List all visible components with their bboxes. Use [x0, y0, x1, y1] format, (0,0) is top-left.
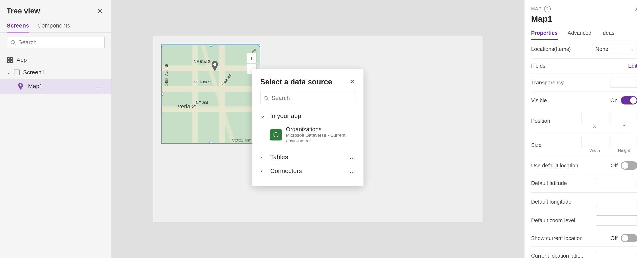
use-default-location-thumb: [622, 162, 628, 169]
position-inputs: 40 40: [581, 113, 638, 123]
size-h-input[interactable]: 400: [610, 137, 638, 147]
position-x-label: X: [581, 124, 608, 129]
tab-components[interactable]: Components: [37, 20, 70, 33]
tab-screens[interactable]: Screens: [6, 20, 29, 33]
help-icon[interactable]: ?: [544, 6, 551, 12]
svg-point-20: [214, 63, 216, 66]
use-default-location-toggle[interactable]: [621, 161, 638, 170]
svg-rect-9: [162, 86, 260, 92]
default-zoom-level-input[interactable]: 16: [596, 215, 638, 225]
org-text: Organizations Microsoft Dataverse - Curr…: [286, 126, 355, 143]
map-handle-bm[interactable]: [209, 142, 212, 144]
org-subtitle: Microsoft Dataverse - Current environmen…: [286, 133, 355, 143]
modal-search-input[interactable]: [272, 95, 352, 101]
svg-rect-5: [10, 61, 12, 62]
tree-item-screen1[interactable]: ⌄ Screen1: [0, 66, 111, 79]
tables-row[interactable]: › Tables …: [260, 150, 355, 164]
fields-edit-link[interactable]: Edit: [628, 63, 638, 69]
in-your-app-chevron: ⌄: [260, 112, 267, 119]
visible-toggle-group: On: [610, 96, 638, 104]
position-x-input[interactable]: 40: [581, 113, 608, 123]
in-your-app-row[interactable]: ⌄ In your app: [260, 109, 355, 123]
use-default-location-toggle-group: Off: [610, 161, 638, 170]
tables-section: › Tables …: [260, 150, 355, 164]
locations-items-label: Locations(Items): [531, 46, 592, 52]
visible-label: Visible: [531, 97, 610, 104]
prop-fields: Fields Edit: [531, 59, 638, 73]
tree-item-map1[interactable]: Map1 …: [0, 79, 111, 94]
tables-more-button[interactable]: …: [350, 154, 355, 160]
tab-ideas[interactable]: Ideas: [601, 27, 614, 40]
org-icon: ⬡: [270, 129, 282, 141]
tree-view-close-button[interactable]: ✕: [95, 6, 105, 16]
right-panel-header: MAP ? › Map1 Properties Advanced Ideas: [524, 0, 644, 40]
prop-use-default-location: Use default location Off: [531, 157, 638, 174]
tree-item-app[interactable]: App: [0, 54, 111, 66]
default-longitude-label: Default longitude: [531, 199, 596, 205]
size-w-input[interactable]: 400: [581, 137, 608, 147]
visible-toggle[interactable]: [621, 96, 638, 104]
svg-text:148th Ave NE: 148th Ave NE: [164, 63, 169, 86]
svg-line-1: [14, 43, 15, 45]
connectors-row[interactable]: › Connectors …: [260, 164, 355, 178]
right-panel-expand-icon[interactable]: ›: [635, 5, 638, 13]
position-label: Position: [531, 118, 581, 124]
default-longitude-input[interactable]: -122.126801: [596, 197, 638, 207]
svg-point-0: [11, 41, 14, 44]
default-zoom-level-label: Default zoom level: [531, 217, 596, 224]
locations-items-dropdown-arrow: ⌄: [630, 47, 634, 52]
tables-label: Tables: [270, 154, 346, 161]
show-current-location-label: Show current location: [531, 235, 610, 241]
visible-toggle-label: On: [610, 97, 618, 104]
transparency-input[interactable]: 0: [610, 78, 638, 88]
svg-point-21: [264, 96, 268, 99]
component-name: Map1: [531, 14, 638, 24]
organizations-item[interactable]: ⬡ Organizations Microsoft Dataverse - Cu…: [260, 123, 355, 147]
visible-toggle-thumb: [630, 97, 636, 104]
position-y-label: Y: [610, 124, 638, 129]
map-node-icon: [16, 82, 25, 90]
right-tabs: Properties Advanced Ideas: [531, 27, 638, 40]
prop-show-current-location: Show current location Off: [531, 230, 638, 247]
search-box: [6, 37, 105, 48]
grid-icon: [6, 57, 13, 63]
svg-text:NE 30th: NE 30th: [196, 100, 209, 105]
fields-label: Fields: [531, 63, 628, 69]
show-current-location-toggle[interactable]: [621, 234, 638, 242]
map-component[interactable]: NE 51st St NE 40th St NE 30th 148th Ave …: [161, 45, 260, 144]
default-latitude-input[interactable]: 47.642967: [596, 178, 638, 188]
modal-header: Select a data source ✕: [260, 78, 355, 86]
svg-line-22: [268, 99, 269, 100]
map-zoom-in-button[interactable]: +: [247, 53, 256, 63]
current-location-lat-input[interactable]: 0: [596, 251, 638, 258]
position-xy-labels: X Y: [581, 124, 638, 129]
svg-text:NE 40th St: NE 40th St: [194, 80, 211, 84]
org-icon-symbol: ⬡: [273, 131, 279, 139]
position-y-input[interactable]: 40: [610, 113, 638, 123]
position-xy-group: 40 40 X Y: [581, 113, 638, 129]
tree-view-title: Tree view: [6, 7, 40, 15]
show-current-location-toggle-group: Off: [610, 234, 638, 242]
main-canvas: NE 51st St NE 40th St NE 30th 148th Ave …: [112, 0, 524, 258]
search-input[interactable]: [18, 39, 101, 46]
prop-locations-items: Locations(Items) None ⌄: [531, 40, 638, 59]
left-panel: Tree view ✕ Screens Components App ⌄ Scr…: [0, 0, 112, 258]
select-datasource-modal: Select a data source ✕ ⌄ In your app: [252, 69, 364, 186]
connectors-more-button[interactable]: …: [350, 168, 355, 174]
svg-rect-4: [8, 61, 9, 62]
tab-advanced[interactable]: Advanced: [568, 27, 592, 40]
current-location-lat-label: Current location latit...: [531, 253, 596, 258]
show-current-location-thumb: [622, 235, 628, 241]
connectors-chevron: ›: [260, 168, 267, 174]
locations-items-dropdown[interactable]: None ⌄: [592, 44, 638, 54]
right-panel-top: MAP ? ›: [531, 5, 638, 13]
prop-visible: Visible On: [531, 92, 638, 109]
modal-close-button[interactable]: ✕: [350, 78, 355, 86]
prop-position: Position 40 40 X Y: [531, 109, 638, 133]
svg-rect-10: [162, 106, 260, 112]
tab-properties[interactable]: Properties: [531, 27, 558, 40]
tables-chevron: ›: [260, 154, 267, 160]
prop-transparency: Transparency 0: [531, 73, 638, 92]
canvas-area: NE 51st St NE 40th St NE 30th 148th Ave …: [153, 36, 483, 222]
map1-more-button[interactable]: …: [95, 81, 105, 91]
